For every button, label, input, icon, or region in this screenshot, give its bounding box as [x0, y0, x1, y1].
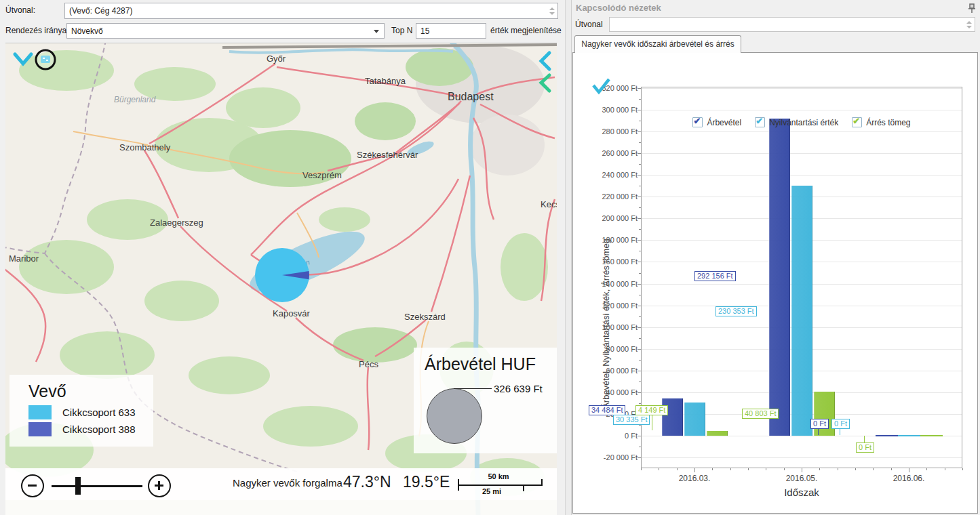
bar-zero-Nyilvántartási érték[interactable]	[898, 435, 920, 436]
y-minortick	[639, 251, 641, 251]
path-input[interactable]: (Vevő: Cég 4287)	[64, 3, 558, 19]
y-tick	[638, 88, 641, 89]
chart-legend: ✔ Árbevétel ✔ Nyilvántartási érték ✔ Árr…	[641, 117, 962, 127]
x-tick	[784, 468, 785, 470]
tab-nagyker-vevok[interactable]: Nagyker vevők időszaki árbevétel és árré…	[574, 35, 741, 53]
y-minortick	[639, 142, 641, 143]
spinner-up-icon[interactable]	[966, 21, 972, 24]
path-spinner[interactable]	[548, 5, 556, 17]
checkbox[interactable]: ✔	[755, 117, 765, 127]
y-minortick	[639, 316, 641, 317]
x-tick	[694, 468, 695, 472]
spinner-down-icon[interactable]	[549, 12, 555, 15]
bar-value-label: 0 Ft	[831, 419, 850, 429]
y-tick	[638, 197, 641, 197]
city-label: Szombathely	[119, 142, 171, 152]
map-size-legend: Árbevétel HUF 326 639 Ft	[414, 348, 557, 453]
topn-input[interactable]: 15	[416, 23, 486, 39]
x-tick-label: 2016.05.	[771, 474, 832, 483]
label-lead-line	[652, 415, 652, 430]
x-tick	[873, 468, 874, 470]
bar-value-label: 30 335 Ft	[613, 415, 650, 425]
legend-swatch-blue	[28, 422, 52, 436]
y-tick-label: 100 000 Ft	[572, 323, 638, 331]
gridline	[642, 110, 962, 110]
plus-icon-vertical	[158, 481, 160, 490]
y-tick-label: 80 000 Ft	[572, 345, 638, 353]
spinner-up-icon[interactable]	[549, 7, 555, 10]
bar-zero-Árrés tömeg[interactable]	[920, 435, 943, 436]
zoom-slider-handle[interactable]	[75, 477, 81, 495]
panel-path-input[interactable]	[609, 17, 975, 32]
y-tick	[638, 284, 641, 285]
gridline	[642, 175, 962, 176]
panel-path-spinner[interactable]	[965, 19, 973, 30]
legend-toggle-Nyilvántartási érték[interactable]: ✔ Nyilvántartási érték	[755, 117, 838, 127]
y-tick	[638, 110, 641, 110]
y-tick	[638, 262, 641, 262]
bar-Nyilvántartási érték[interactable]	[684, 403, 705, 436]
bar-Árrés tömeg[interactable]	[814, 392, 835, 436]
chevron-down-icon[interactable]	[374, 30, 379, 33]
x-tick	[641, 468, 642, 470]
bar-value-label: 292 156 Ft	[694, 271, 736, 281]
bar-Árrés tömeg[interactable]	[707, 431, 728, 436]
y-tick-label: 120 000 Ft	[572, 302, 638, 310]
city-label: Budapest	[448, 91, 494, 102]
city-label: Zalaegerszeg	[150, 218, 203, 228]
y-tick-label: 240 000 Ft	[572, 171, 638, 179]
scale-line	[458, 485, 543, 486]
bar-Árbevétel[interactable]	[769, 119, 790, 436]
legend-toggle-Árbevétel[interactable]: ✔ Árbevétel	[692, 117, 741, 127]
y-minortick	[639, 99, 641, 100]
zoom-slider-track[interactable]	[52, 485, 142, 487]
x-tick	[819, 468, 820, 470]
y-minortick	[639, 295, 641, 295]
x-tick	[712, 468, 713, 470]
checkbox[interactable]: ✔	[692, 117, 703, 127]
y-minortick	[639, 360, 641, 360]
y-minortick	[639, 425, 641, 426]
bar-Árbevétel[interactable]	[662, 398, 683, 436]
topn-value: 15	[420, 26, 429, 36]
y-minortick	[639, 207, 641, 208]
zoom-out-button[interactable]	[21, 474, 44, 497]
bar-zero-Árbevétel[interactable]	[876, 435, 898, 436]
y-minortick	[639, 229, 641, 230]
bar-Nyilvántartási érték[interactable]	[791, 186, 812, 436]
y-tick-label: 0 Ft	[572, 432, 638, 440]
y-minortick	[639, 164, 641, 165]
city-label: Győr	[267, 54, 286, 64]
chart-check-icon[interactable]	[591, 77, 611, 95]
map-pie-marker[interactable]	[255, 248, 309, 302]
map-bottom-bar: Nagyker vevők forgalma 47.3°N 19.5°E 50 …	[5, 468, 557, 500]
x-tick	[962, 468, 963, 470]
value-display-label: érték megjelenítése	[490, 22, 562, 39]
legend-item-label: Cikkcsoport 633	[62, 407, 136, 418]
legend-item-label: Cikkcsoport 388	[62, 424, 136, 435]
map-title: Nagyker vevők forgalma	[233, 477, 342, 489]
bar-value-label: 40 803 Ft	[742, 409, 779, 419]
label-lead-line	[840, 428, 840, 435]
locate-button[interactable]	[36, 50, 55, 69]
pin-icon[interactable]	[967, 3, 977, 14]
y-tick	[638, 457, 641, 458]
y-tick-label: 200 000 Ft	[572, 214, 638, 222]
y-tick-label: 180 000 Ft	[572, 236, 638, 244]
topn-label: Top N	[391, 22, 412, 39]
panel-splitter[interactable]	[565, 0, 572, 515]
y-tick-label: 220 000 Ft	[572, 192, 638, 201]
map-view[interactable]: Győr Tatabánya Budapest Székesfehérvár V…	[5, 43, 557, 515]
zoom-in-button[interactable]	[148, 474, 171, 497]
y-tick	[638, 175, 641, 176]
y-tick	[638, 153, 641, 154]
filter-toolbar: Útvonal: (Vevő: Cég 4287) Rendezés irány…	[0, 0, 565, 43]
gridline	[642, 131, 962, 132]
legend-toggle-Árrés tömeg[interactable]: ✔ Árrés tömeg	[852, 117, 910, 127]
spinner-down-icon[interactable]	[966, 26, 972, 28]
sort-direction-combobox[interactable]: Növekvő	[66, 23, 385, 39]
checkbox[interactable]: ✔	[852, 117, 862, 127]
y-tick	[638, 371, 641, 371]
y-tick	[638, 392, 641, 393]
city-label: Szekszárd	[404, 312, 446, 322]
